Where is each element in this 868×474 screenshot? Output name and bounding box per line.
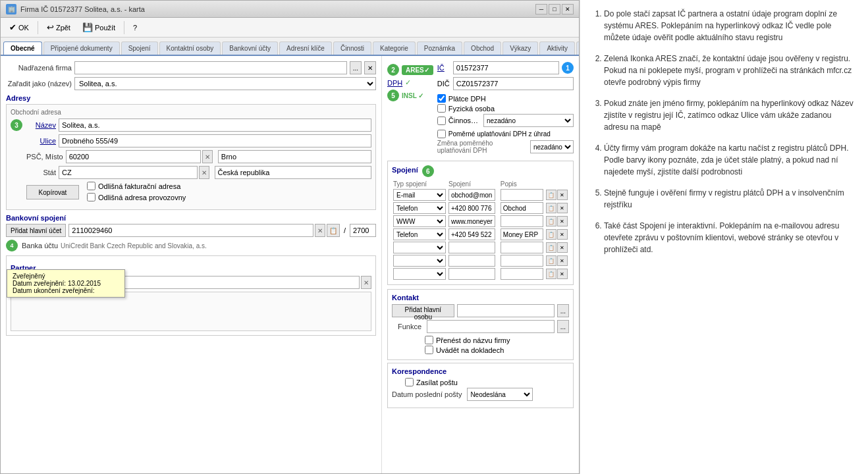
spojeni-type-select-2[interactable]: Telefon: [393, 202, 446, 214]
spojeni-value-input-2[interactable]: [448, 202, 495, 214]
spojeni-type-select-6[interactable]: [393, 255, 446, 267]
tab-spojeni[interactable]: Spojení: [121, 41, 158, 55]
tab-aktivity[interactable]: Aktivity: [539, 41, 575, 55]
tab-pripojene-dokumenty[interactable]: Připojené dokumenty: [43, 41, 120, 55]
spojeni-popis-input-6[interactable]: [501, 255, 543, 267]
spojeni-popis-input-3[interactable]: [501, 215, 543, 227]
spojeni-type-select-7[interactable]: [393, 268, 446, 280]
cinnost-cb[interactable]: [437, 117, 446, 125]
ok-button[interactable]: ✔ OK: [5, 20, 34, 34]
dic-input[interactable]: [453, 77, 574, 90]
spojeni-browse-btn-7[interactable]: 📋: [546, 269, 556, 279]
spojeni-popis-input-5[interactable]: [501, 242, 543, 253]
spojeni-browse-btn-4[interactable]: 📋: [546, 229, 556, 240]
hlavni-osoba-browse-btn[interactable]: ...: [557, 304, 569, 317]
spojeni-value-input-3[interactable]: [448, 215, 495, 227]
ic-link[interactable]: IČ: [437, 64, 450, 72]
bank-account-input[interactable]: [68, 224, 313, 237]
spojeni-browse-btn-2[interactable]: 📋: [546, 203, 556, 213]
nadrazena-firma-browse-btn[interactable]: ...: [350, 61, 362, 74]
tab-obecne[interactable]: Obecné: [3, 41, 42, 55]
nadrazena-firma-clear-btn[interactable]: ✕: [364, 61, 376, 74]
tab-poznamka[interactable]: Poznámka: [417, 41, 462, 55]
odlisna-fakturacni-cb[interactable]: [87, 182, 95, 190]
spojeni-delete-btn-6[interactable]: ✕: [557, 255, 568, 266]
ulice-input[interactable]: [59, 134, 371, 147]
spojeni-popis-input-7[interactable]: [501, 268, 543, 280]
minimize-button[interactable]: ─: [535, 4, 547, 14]
spojeni-browse-btn-1[interactable]: 📋: [546, 190, 556, 200]
funkce-browse-btn[interactable]: ...: [557, 320, 569, 333]
partner-clear-btn[interactable]: ✕: [361, 276, 371, 289]
nazev-input[interactable]: [59, 118, 371, 132]
spojeni-delete-btn-4[interactable]: ✕: [557, 229, 568, 240]
hlavni-osoba-input[interactable]: [457, 304, 555, 317]
spojeni-delete-btn-1[interactable]: ✕: [557, 190, 568, 200]
zaradit-jako-select[interactable]: Solitea, a.s.: [74, 77, 376, 90]
stat-code-input[interactable]: [59, 166, 198, 179]
zmena-pomerne-select[interactable]: nezadáno: [530, 140, 574, 153]
fyzicka-osoba-label: Fyzická osoba: [448, 105, 495, 113]
funkce-input[interactable]: [427, 320, 555, 333]
spojeni-delete-btn-3[interactable]: ✕: [557, 216, 568, 226]
stat-clear-btn[interactable]: ✕: [199, 166, 209, 179]
bank-account-browse-btn[interactable]: 📋: [327, 224, 340, 237]
spojeni-type-select-4[interactable]: Telefon: [393, 228, 446, 240]
pomerne-uplatnovani-cb[interactable]: [437, 130, 446, 138]
help-button[interactable]: ?: [128, 22, 142, 34]
back-button[interactable]: ↩ Zpět: [42, 20, 75, 34]
dph-link[interactable]: DPH: [387, 79, 402, 87]
ic-input[interactable]: [453, 61, 559, 74]
spojeni-type-select-3[interactable]: WWW: [393, 215, 446, 227]
use-button[interactable]: 💾 Použít: [78, 20, 120, 34]
close-button[interactable]: ✕: [562, 4, 574, 14]
pridat-hlavni-ucet-btn[interactable]: Přidat hlavní účet: [6, 224, 66, 237]
spojeni-browse-btn-5[interactable]: 📋: [546, 242, 556, 253]
help-item-1: Do pole stačí zapsat IČ partnera a ostat…: [604, 8, 857, 43]
odlisna-provozovny-cb[interactable]: [87, 193, 95, 201]
spojeni-value-input-5[interactable]: [448, 242, 495, 253]
tab-kategorie[interactable]: Kategorie: [373, 41, 416, 55]
fyzicka-osoba-cb[interactable]: [437, 104, 446, 113]
prenestnazev-cb[interactable]: [425, 336, 433, 344]
tab-vykazy[interactable]: Výkazy: [502, 41, 538, 55]
spojeni-value-input-4[interactable]: [448, 228, 495, 240]
bank-account-clear-btn[interactable]: ✕: [315, 224, 325, 237]
spojeni-type-select-1[interactable]: E-mail: [393, 189, 446, 201]
spojeni-header: Typ spojení Spojení Popis: [392, 180, 569, 188]
uvadt-na-dokladech-cb[interactable]: [425, 346, 433, 354]
spojeni-value-input-6[interactable]: [448, 255, 495, 267]
spojeni-delete-btn-5[interactable]: ✕: [557, 242, 568, 253]
tab-bankovni-ucty[interactable]: Bankovní účty: [222, 41, 278, 55]
tab-kontaktni-osoby[interactable]: Kontaktní osoby: [159, 41, 221, 55]
tab-adresni-klice[interactable]: Adresní klíče: [279, 41, 332, 55]
ares-button[interactable]: ARES✓: [402, 65, 433, 75]
insl-button[interactable]: INSL ✓: [402, 92, 423, 99]
spojeni-popis-input-4[interactable]: [501, 228, 543, 240]
platce-dph-cb[interactable]: [437, 94, 446, 103]
pridat-hlavni-osobu-btn[interactable]: Přidat hlavní osobu: [392, 304, 454, 317]
spojeni-popis-input-1[interactable]: [501, 189, 543, 201]
spojeni-browse-btn-6[interactable]: 📋: [546, 255, 556, 266]
tab-cinnosti[interactable]: Činnosti: [333, 41, 371, 55]
spojeni-delete-btn-7[interactable]: ✕: [557, 269, 568, 279]
zasilat-postu-cb[interactable]: [405, 378, 414, 386]
spojeni-value-input-7[interactable]: [448, 268, 495, 280]
cinnost-select[interactable]: nezadáno: [483, 114, 574, 127]
spojeni-popis-input-2[interactable]: [501, 202, 543, 214]
copy-button[interactable]: Kopírovat: [26, 185, 79, 199]
tab-obchod[interactable]: Obchod: [464, 41, 501, 55]
tab-zakazky[interactable]: Zakázky: [576, 41, 579, 55]
datum-posledni-posty-select[interactable]: Neodeslána: [467, 388, 533, 401]
maximize-button[interactable]: □: [549, 4, 560, 14]
stat-name-input[interactable]: [215, 166, 372, 179]
spojeni-browse-btn-3[interactable]: 📋: [546, 216, 556, 226]
psc-clear-btn[interactable]: ✕: [202, 150, 213, 163]
nadrazena-firma-input[interactable]: [74, 61, 347, 74]
misto-input[interactable]: [218, 150, 371, 163]
bank-code-input[interactable]: [350, 224, 376, 237]
spojeni-type-select-5[interactable]: [393, 242, 446, 253]
spojeni-value-input-1[interactable]: [448, 189, 495, 201]
psc-input[interactable]: [66, 150, 201, 163]
spojeni-delete-btn-2[interactable]: ✕: [557, 203, 568, 213]
